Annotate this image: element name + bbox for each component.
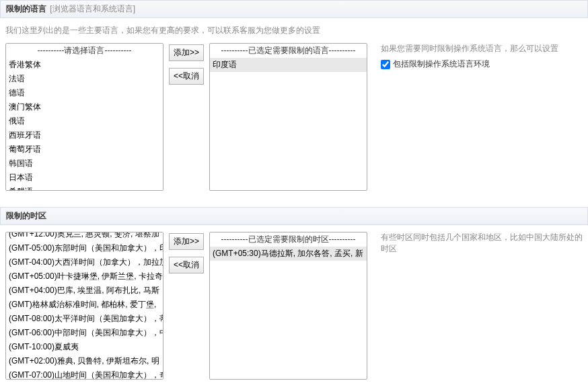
timezone-add-button[interactable]: 添加>> <box>169 233 204 250</box>
language-note-text: 如果您需要同时限制操作系统语言，那么可以设置 <box>381 43 583 54</box>
language-available-list[interactable]: ----------请选择语言----------香港繁体法语德语澳门繁体俄语西… <box>5 43 163 191</box>
timezone-section-header: 限制的时区 <box>0 207 588 225</box>
timezone-remove-button[interactable]: <<取消 <box>169 257 204 273</box>
language-add-button[interactable]: 添加>> <box>169 44 204 61</box>
language-selected-list[interactable]: ----------已选定需要限制的语言----------印度语 <box>209 43 367 191</box>
timezone-note-block: 有些时区同时包括几个国家和地区，比如中国大陆所处的时区 <box>373 232 583 380</box>
language-header-subtitle: [浏览器语言和系统语言] <box>50 4 135 13</box>
timezone-header-title: 限制的时区 <box>6 211 46 220</box>
language-buttons: 添加>> <<取消 <box>169 43 204 191</box>
language-note-block: 如果您需要同时限制操作系统语言，那么可以设置 包括限制操作系统语言环境 <box>373 43 583 191</box>
timezone-available-list[interactable]: (GMT+12:00)奥克兰, 惠灵顿, 斐济, 堪察加(GMT-05:00)东… <box>5 232 163 380</box>
language-remove-button[interactable]: <<取消 <box>169 68 204 85</box>
language-checkbox-label-wrap[interactable]: 包括限制操作系统语言环境 <box>381 58 583 70</box>
include-system-language-checkbox[interactable] <box>381 60 390 69</box>
language-description: 我们这里列出的是一些主要语言，如果您有更高的要求，可以联系客服为您做更多的设置 <box>0 25 588 43</box>
timezone-selected-list[interactable]: ----------已选定需要限制的时区----------(GMT+05:30… <box>209 232 367 380</box>
timezone-buttons: 添加>> <<取消 <box>169 232 204 380</box>
language-panel: ----------请选择语言----------香港繁体法语德语澳门繁体俄语西… <box>0 43 588 203</box>
timezone-note-text: 有些时区同时包括几个国家和地区，比如中国大陆所处的时区 <box>381 232 583 255</box>
language-section-header: 限制的语言 [浏览器语言和系统语言] <box>0 0 588 18</box>
language-checkbox-label: 包括限制操作系统语言环境 <box>393 58 490 70</box>
timezone-panel: (GMT+12:00)奥克兰, 惠灵顿, 斐济, 堪察加(GMT-05:00)东… <box>0 232 588 383</box>
language-header-title: 限制的语言 <box>6 4 46 13</box>
